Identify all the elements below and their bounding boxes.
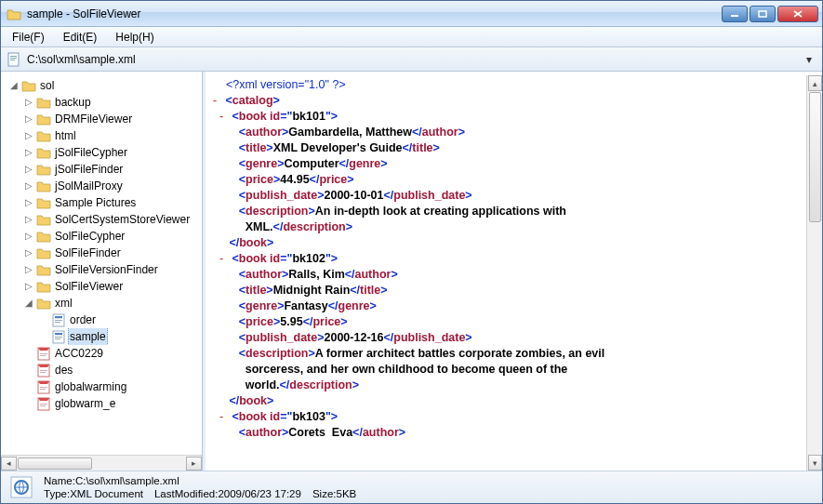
svg-rect-25 [40, 405, 46, 406]
tree-toggle-icon[interactable]: ▷ [23, 161, 34, 178]
tree-folder[interactable]: ▷Sample Pictures [3, 194, 200, 211]
tree-node-label: order [68, 312, 98, 328]
tree-folder[interactable]: ▷jSolMailProxy [3, 178, 200, 194]
tree-node-icon [36, 146, 51, 159]
scroll-left-button[interactable]: ◂ [1, 457, 17, 471]
v-scroll-thumb[interactable] [809, 92, 821, 222]
window-controls [722, 6, 818, 22]
status-name-value: C:\sol\xml\sample.xml [75, 475, 179, 486]
tree-toggle-icon[interactable]: ▷ [23, 94, 34, 111]
tree-folder[interactable]: ▷html [3, 127, 200, 144]
viewer-v-scrollbar[interactable]: ▴ ▾ [806, 75, 822, 471]
close-button[interactable] [777, 6, 818, 22]
tree-folder[interactable]: ▷SolFileVersionFinder [3, 261, 200, 278]
tree-item-sample[interactable]: sample [3, 328, 200, 345]
tree-node-icon [36, 297, 51, 310]
svg-rect-19 [40, 372, 46, 373]
tree-item-des[interactable]: des [3, 362, 200, 378]
tree-folder[interactable]: ▷backup [3, 94, 200, 111]
tree-node-label: SolFileViewer [53, 278, 125, 295]
tree-item-globwarm_e[interactable]: globwarm_e [3, 395, 200, 412]
tree-node-label: backup [53, 94, 93, 111]
maximize-button[interactable] [750, 6, 776, 22]
path-text[interactable]: C:\sol\xml\sample.xml [27, 53, 796, 66]
tree-node-label: globwarm_e [53, 395, 117, 412]
tree-toggle-icon[interactable]: ▷ [23, 278, 34, 295]
tree-folder[interactable]: ▷SolFileViewer [3, 278, 200, 295]
tree-toggle-icon[interactable]: ▷ [23, 127, 34, 144]
path-dropdown-icon[interactable]: ▾ [802, 53, 816, 66]
svg-rect-18 [40, 370, 47, 371]
tree-node-icon [36, 129, 51, 142]
scroll-right-button[interactable]: ▸ [186, 457, 202, 471]
h-scroll-thumb[interactable] [18, 458, 92, 470]
svg-rect-12 [55, 337, 62, 338]
svg-rect-21 [40, 387, 47, 388]
minimize-button[interactable] [722, 6, 748, 22]
tree-item-order[interactable]: order [3, 312, 200, 328]
tree-node-icon [36, 113, 51, 126]
tree-item-globalwarming[interactable]: globalwarming [3, 378, 200, 395]
tree-folder-root[interactable]: ◢sol [3, 77, 200, 94]
tree-folder[interactable]: ▷SolCertSystemStoreViewer [3, 211, 200, 228]
tree-toggle-icon[interactable]: ◢ [8, 77, 20, 94]
tree-node-label: globalwarming [53, 378, 128, 395]
tree-toggle-icon[interactable]: ▷ [23, 111, 34, 127]
tree-node-label: SolFileVersionFinder [53, 261, 160, 278]
tree-node-icon [51, 313, 66, 326]
svg-rect-7 [55, 316, 62, 318]
svg-rect-4 [10, 58, 17, 59]
tree-folder[interactable]: ▷DRMFileViewer [3, 111, 200, 127]
svg-rect-16 [40, 355, 46, 356]
tree-node-icon [36, 380, 51, 393]
tree-node-label: Sample Pictures [53, 194, 138, 211]
menu-edit[interactable]: Edit(E) [56, 29, 105, 46]
xml-content[interactable]: <?xml version="1.0" ?> - <catalog> - <bo… [206, 75, 806, 471]
tree-folder[interactable]: ▷jSolFileCypher [3, 144, 200, 161]
tree-item-ACC0229[interactable]: ACC0229 [3, 345, 200, 362]
tree-toggle-icon[interactable]: ◢ [23, 295, 34, 312]
tree-toggle-icon[interactable]: ▷ [23, 211, 34, 228]
tree-toggle-icon[interactable]: ▷ [23, 228, 34, 245]
menu-file[interactable]: File(F) [5, 29, 52, 46]
tree-toggle-icon[interactable]: ▷ [23, 144, 34, 161]
tree-folder-xml[interactable]: ◢xml [3, 295, 200, 312]
tree-folder[interactable]: ▷jSolFileFinder [3, 161, 200, 178]
status-size-value: 5KB [336, 488, 356, 499]
tree-node-label: jSolFileCypher [53, 144, 129, 161]
tree-node-label: sol [38, 77, 56, 94]
status-details: Name:C:\sol\xml\sample.xml Type:XML Docu… [44, 474, 356, 500]
menu-help[interactable]: Help(H) [108, 29, 161, 46]
status-size-label: Size: [312, 488, 337, 499]
tree-node-label: ACC0229 [53, 345, 105, 362]
folder-tree[interactable]: ◢sol▷backup▷DRMFileViewer▷html▷jSolFileC… [1, 75, 202, 455]
titlebar: sample - SolFileViewer [1, 1, 822, 27]
tree-node-icon [36, 96, 51, 109]
tree-toggle-icon[interactable]: ▷ [23, 178, 34, 194]
tree-node-icon [36, 163, 51, 176]
scroll-down-button[interactable]: ▾ [808, 455, 822, 471]
tree-toggle-icon[interactable]: ▷ [23, 261, 34, 278]
tree-toggle-icon[interactable]: ▷ [23, 194, 34, 211]
tree-panel: ◢sol▷backup▷DRMFileViewer▷html▷jSolFileC… [1, 72, 203, 471]
main-body: ◢sol▷backup▷DRMFileViewer▷html▷jSolFileC… [1, 72, 822, 471]
tree-folder[interactable]: ▷SolFileFinder [3, 245, 200, 261]
tree-toggle-icon[interactable]: ▷ [23, 245, 34, 261]
window-title: sample - SolFileViewer [25, 7, 722, 20]
tree-node-label: SolFileCypher [53, 228, 126, 245]
svg-rect-15 [40, 353, 47, 354]
tree-node-icon [36, 230, 51, 243]
tree-node-icon [51, 330, 66, 343]
tree-node-label: xml [53, 295, 74, 312]
tree-node-label: SolCertSystemStoreViewer [53, 211, 192, 228]
scroll-up-button[interactable]: ▴ [808, 75, 822, 91]
tree-node-label: jSolMailProxy [53, 178, 125, 194]
status-type-value: XML Document [70, 488, 143, 499]
pathbar: C:\sol\xml\sample.xml ▾ [1, 47, 822, 72]
document-icon [7, 52, 21, 67]
tree-folder[interactable]: ▷SolFileCypher [3, 228, 200, 245]
status-name-label: Name: [44, 475, 75, 486]
menubar: File(F) Edit(E) Help(H) [1, 27, 822, 47]
tree-h-scrollbar[interactable]: ◂ ▸ [1, 455, 202, 471]
tree-node-label: html [53, 127, 78, 144]
